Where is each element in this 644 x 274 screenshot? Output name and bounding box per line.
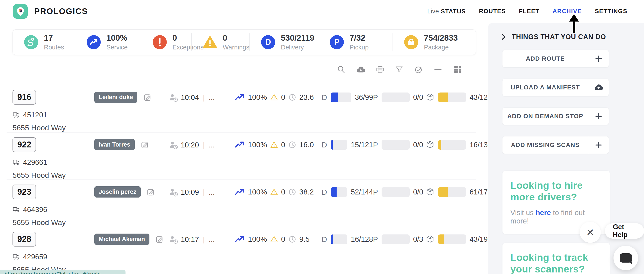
package-icon [426, 235, 434, 244]
letter-p-icon: P [330, 35, 344, 49]
warning-triangle-icon [270, 94, 278, 101]
service-pct: 100% [248, 188, 267, 196]
routes-table: 916 451201 5655 Hood Way Leilani duke [6, 85, 476, 274]
warning-triangle-icon [270, 235, 278, 243]
clock-icon [288, 235, 296, 243]
letter-d-icon: D [261, 35, 275, 49]
driver-time-icon [169, 235, 178, 244]
pickup-progress-bar [382, 234, 410, 244]
driver-badge: Ivan Torres [94, 139, 135, 150]
nav-live-status[interactable]: Live STATUS [427, 8, 466, 15]
table-toolbar [12, 60, 476, 80]
link-preview-bar: https://app.beans.ai/?cluster...#tracki.… [0, 269, 126, 274]
route-id[interactable]: 928 [12, 232, 36, 246]
start-time: 10:17 [181, 235, 199, 244]
truck-icon [12, 206, 20, 213]
chat-launcher-button[interactable] [614, 246, 638, 270]
sidebar-actions: ADD ROUTE UPLOAD A MANIFEST ADD ON DEMAN… [502, 50, 609, 154]
plus-icon [588, 136, 609, 154]
pickup-count: 0/3 [413, 235, 423, 243]
delivery-letter: D [322, 235, 327, 244]
pickup-progress-bar [382, 187, 410, 197]
here-link[interactable]: here [536, 209, 551, 217]
pickup-count: 0/0 [413, 188, 423, 196]
time-truncated: ... [209, 141, 215, 149]
sidebar-title: THINGS THAT YOU CAN DO [512, 33, 606, 41]
delivery-progress-bar [331, 140, 348, 150]
exclamation-circle-icon [153, 35, 167, 49]
nav-settings[interactable]: SETTINGS [595, 8, 627, 15]
table-row: 923 464396 5655 Hood Way Joselin perez [6, 180, 476, 227]
package-progress-bar [438, 140, 466, 150]
nav-routes[interactable]: ROUTES [479, 8, 506, 15]
duration-hours: 16.0 [299, 141, 314, 149]
driver-time-icon [169, 93, 178, 102]
trend-up-icon [235, 236, 245, 243]
clock-icon [288, 93, 296, 101]
edit-icon[interactable] [155, 235, 164, 244]
service-pct: 100% [248, 141, 267, 149]
clock-icon [288, 188, 296, 196]
package-progress-bar [438, 234, 466, 244]
table-row: 916 451201 5655 Hood Way Leilani duke [6, 85, 476, 132]
chevron-right-icon [501, 34, 506, 40]
warning-count: 0 [281, 141, 285, 149]
stat-pickup: P 7/32Pickup [318, 30, 392, 55]
stat-warnings: 0Warnings [192, 30, 250, 55]
plus-icon [588, 50, 609, 67]
cloud-download-icon[interactable] [356, 65, 365, 74]
start-time: 10:09 [181, 188, 199, 196]
add-route-button[interactable]: ADD ROUTE [502, 50, 609, 67]
add-missing-scans-button[interactable]: ADD MISSING SCANS [502, 136, 609, 154]
route-address: 5655 Hood Way [12, 218, 94, 227]
delivery-letter: D [322, 141, 327, 149]
edit-icon[interactable] [140, 141, 149, 149]
truck-icon [12, 159, 20, 166]
get-help-button[interactable]: Get Help [605, 223, 644, 239]
vehicle-id: 429659 [23, 253, 47, 261]
pickup-progress-bar [382, 140, 410, 150]
route-icon [24, 35, 38, 49]
time-truncated: ... [209, 93, 215, 102]
route-id[interactable]: 922 [12, 137, 36, 152]
minus-icon[interactable] [433, 65, 442, 74]
delivery-progress-bar [331, 187, 348, 197]
add-on-demand-stop-button[interactable]: ADD ON DEMAND STOP [502, 108, 609, 125]
brand-name: PROLOGICS [34, 7, 88, 16]
driver-badge: Joselin perez [94, 186, 141, 198]
pickup-count: 0/0 [413, 141, 423, 149]
route-id[interactable]: 923 [12, 185, 36, 199]
delivery-count: 15/121 [351, 141, 373, 149]
edit-icon[interactable] [146, 188, 155, 196]
truck-icon [12, 111, 20, 119]
warning-count: 0 [281, 188, 285, 196]
driver-time-icon [169, 188, 178, 197]
nav-fleet[interactable]: FLEET [519, 8, 540, 15]
nav-archive[interactable]: ARCHIVE [552, 8, 582, 15]
close-icon[interactable]: ✕ [580, 222, 601, 243]
table-row: 928 429659 5655 Hood Way Michael Akeman [6, 227, 476, 274]
route-id[interactable]: 916 [12, 90, 36, 105]
driver-time-icon [169, 141, 178, 150]
brand[interactable]: PROLOGICS [13, 4, 88, 19]
sidebar-header[interactable]: THINGS THAT YOU CAN DO [501, 33, 644, 41]
warning-triangle-icon [270, 188, 278, 196]
print-icon[interactable] [376, 65, 385, 74]
warning-triangle-icon [203, 35, 217, 49]
table-row: 922 429661 5655 Hood Way Ivan Torres [6, 132, 476, 180]
start-time: 10:04 [181, 93, 199, 102]
search-icon[interactable] [337, 65, 346, 74]
check-circle-icon[interactable] [414, 65, 423, 74]
stat-service: 100%Service [75, 30, 141, 55]
service-pct: 100% [248, 235, 267, 243]
upload-manifest-button[interactable]: UPLOAD A MANIFEST [502, 79, 609, 96]
cloud-upload-icon [588, 79, 609, 96]
warning-triangle-icon [270, 141, 278, 148]
filter-icon[interactable] [395, 65, 404, 74]
edit-icon[interactable] [143, 93, 152, 102]
grid-icon[interactable] [453, 65, 462, 74]
warning-count: 0 [281, 93, 285, 101]
delivery-progress-bar [331, 234, 348, 244]
archive-page: PROLOGICS Live STATUS ROUTES FLEET ARCHI… [0, 0, 644, 274]
delivery-progress-bar [331, 92, 352, 102]
